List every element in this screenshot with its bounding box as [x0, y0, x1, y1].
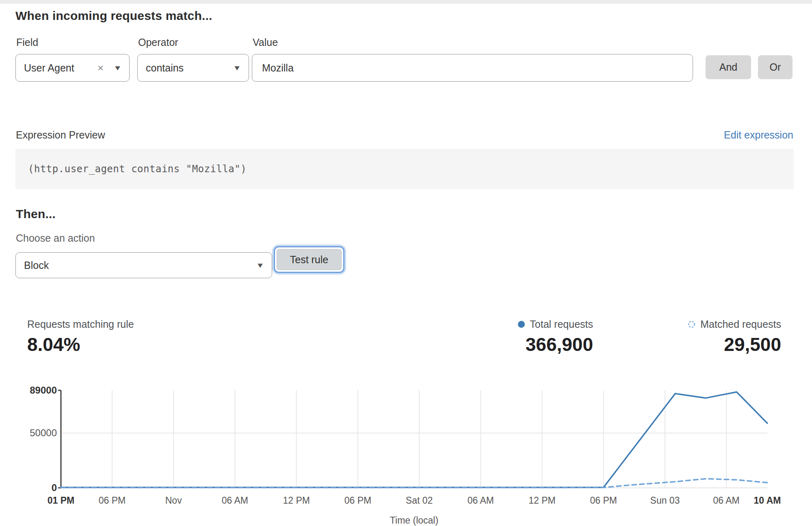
svg-text:12 PM: 12 PM	[283, 495, 310, 506]
total-requests-dot-icon	[518, 321, 525, 328]
or-button[interactable]: Or	[758, 55, 793, 79]
svg-text:10 AM: 10 AM	[754, 495, 781, 506]
requests-matching-value: 8.04%	[27, 333, 134, 355]
svg-text:Sun 03: Sun 03	[650, 495, 680, 506]
value-input[interactable]: Mozilla	[252, 54, 693, 82]
value-label: Value	[253, 37, 278, 48]
operator-label: Operator	[138, 37, 178, 48]
edit-expression-link[interactable]: Edit expression	[724, 129, 793, 141]
match-section-title: When incoming requests match...	[15, 9, 212, 23]
svg-text:0: 0	[52, 482, 57, 493]
svg-text:Sat 02: Sat 02	[406, 495, 433, 506]
action-select-value: Block	[24, 260, 49, 271]
top-divider-band	[0, 0, 812, 4]
choose-action-label: Choose an action	[16, 232, 95, 244]
operator-select[interactable]: contains ▼	[137, 54, 249, 82]
clear-field-icon[interactable]: ×	[97, 63, 104, 73]
total-requests-label: Total requests	[530, 318, 593, 330]
svg-text:06 AM: 06 AM	[468, 495, 494, 506]
then-section-title: Then...	[16, 207, 56, 221]
svg-text:06 PM: 06 PM	[590, 495, 617, 506]
chevron-down-icon: ▼	[233, 65, 241, 71]
total-requests-value: 366,900	[518, 333, 593, 355]
field-select[interactable]: User Agent × ▼	[15, 54, 130, 82]
svg-text:01 PM: 01 PM	[48, 495, 74, 506]
svg-text:Time (local): Time (local)	[390, 515, 438, 526]
requests-matching-label: Requests matching rule	[27, 318, 134, 330]
svg-text:89000: 89000	[30, 385, 57, 396]
matched-requests-value: 29,500	[688, 333, 781, 355]
action-select[interactable]: Block ▼	[15, 252, 272, 278]
svg-text:Nov: Nov	[165, 495, 182, 506]
test-rule-button[interactable]: Test rule	[277, 249, 342, 270]
total-requests-stat: Total requests 366,900	[518, 318, 593, 355]
chevron-down-icon: ▼	[113, 65, 122, 71]
svg-text:50000: 50000	[30, 427, 57, 438]
svg-text:12 PM: 12 PM	[528, 495, 555, 506]
requests-matching-stat: Requests matching rule 8.04%	[27, 318, 134, 355]
expression-preview-box: (http.user_agent contains "Mozilla")	[15, 149, 794, 189]
expression-preview-label: Expression Preview	[16, 129, 105, 141]
svg-text:06 AM: 06 AM	[713, 495, 740, 506]
matched-requests-label: Matched requests	[700, 318, 781, 330]
chevron-down-icon: ▼	[256, 262, 264, 269]
field-select-value: User Agent	[24, 62, 74, 74]
value-input-text: Mozilla	[262, 62, 294, 74]
svg-text:06 AM: 06 AM	[222, 495, 248, 506]
test-rule-focus-ring: Test rule	[274, 246, 344, 273]
field-label: Field	[16, 37, 38, 48]
matched-requests-stat: Matched requests 29,500	[688, 318, 781, 355]
firewall-rule-builder-page: When incoming requests match... Field Op…	[0, 0, 812, 526]
svg-text:06 PM: 06 PM	[99, 495, 126, 506]
expression-code: (http.user_agent contains "Mozilla")	[15, 163, 247, 175]
matched-requests-dashed-circle-icon	[688, 320, 695, 328]
svg-text:06 PM: 06 PM	[344, 495, 371, 506]
operator-select-value: contains	[146, 62, 184, 74]
and-button[interactable]: And	[706, 55, 751, 79]
